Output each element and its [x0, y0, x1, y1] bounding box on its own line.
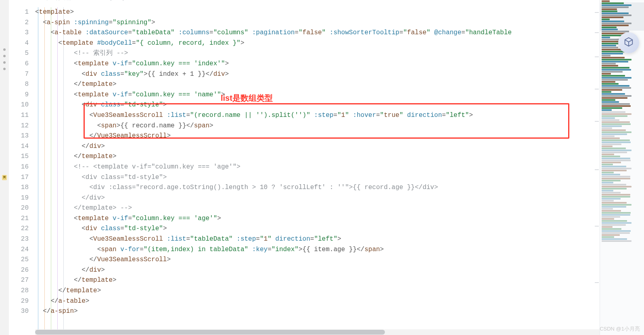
code-line[interactable]: <span>{{ record.name }}</span> [35, 121, 600, 131]
horizontal-scrollbar-thumb[interactable] [35, 330, 385, 335]
editor[interactable]: 1234567891011121314151617181920212223242… [9, 0, 600, 335]
code-line[interactable]: </template> [35, 79, 600, 90]
minimap-line [602, 79, 628, 81]
minimap-line [602, 103, 630, 105]
code-line[interactable]: <!-- <template v-if="column.key === 'age… [35, 162, 600, 173]
modified-badge: M [2, 175, 7, 180]
minimap-line [602, 238, 627, 240]
gutter-dot-icon [3, 48, 6, 51]
code-line[interactable]: </Vue3SeamlessScroll> [35, 255, 600, 265]
minimap-line [602, 176, 630, 177]
code-line[interactable]: <template #bodyCell="{ column, record, i… [35, 38, 600, 49]
minimap-line [602, 17, 623, 18]
minimap-line [602, 220, 627, 222]
minimap-line [602, 214, 630, 216]
minimap-line [602, 240, 631, 242]
code-line[interactable]: <Vue3SeamlessScroll :list="(record.name … [35, 110, 600, 121]
minimap-line [602, 53, 623, 54]
minimap-line [602, 121, 630, 123]
gutter-dot-icon [3, 55, 6, 57]
minimap-line [602, 6, 629, 8]
minimap-line [602, 230, 631, 232]
code-line[interactable]: <template v-if="column.key === 'name'"> [35, 90, 600, 100]
minimap-line [602, 75, 625, 77]
overview-tick [595, 282, 599, 283]
code-line[interactable]: <div :class="record.age.toString().lengt… [35, 183, 600, 193]
minimap-line [602, 198, 621, 200]
line-number: 5 [9, 48, 35, 59]
minimap-line [602, 144, 621, 145]
minimap-line [602, 166, 626, 167]
minimap-line [602, 35, 623, 36]
minimap-line [602, 0, 610, 2]
minimap-line [602, 148, 626, 149]
minimap-line [602, 226, 613, 228]
code-line[interactable]: </template> [35, 286, 600, 296]
minimap-line [602, 168, 631, 169]
code-line[interactable]: </div> [35, 265, 600, 276]
code-line[interactable]: </Vue3SeamlessScroll> [35, 131, 600, 141]
code-line[interactable]: <template> [35, 7, 600, 18]
minimap-line [602, 105, 631, 107]
code-line[interactable]: <span v-for="(item,index) in tableData" … [35, 245, 600, 255]
line-number: 20 [9, 203, 35, 214]
code-line[interactable]: <template v-if="column.key === 'age'"> [35, 214, 600, 224]
overview-tick [595, 32, 599, 33]
code-line[interactable]: <div class="td-style"> [35, 173, 600, 183]
minimap-line [602, 15, 631, 16]
line-number: 15 [9, 152, 35, 162]
minimap-line [602, 160, 631, 161]
line-number: 24 [9, 245, 35, 255]
code-line[interactable]: <a-spin :spinning="spinning"> [35, 18, 600, 28]
minimap-line [602, 31, 629, 32]
line-number: 2 [9, 18, 35, 28]
minimap-line [602, 47, 618, 48]
ide-root: M 12345678910111213141516171819202122232… [0, 0, 644, 335]
minimap-line [602, 117, 615, 119]
minimap-line [602, 228, 621, 230]
minimap-line [602, 67, 629, 69]
code-line[interactable]: </template> [35, 152, 600, 162]
code-line[interactable]: <div class="td-style"> [35, 224, 600, 234]
code-line[interactable]: </template> [35, 275, 600, 286]
minimap-line [602, 194, 630, 196]
minimap-line [602, 164, 613, 165]
minimap-line [602, 85, 629, 87]
overview-tick [595, 226, 599, 227]
code-line[interactable]: <!-- 索引列 --> [35, 48, 600, 59]
minimap-line [602, 69, 631, 71]
minimap-line [602, 25, 629, 26]
minimap-line [602, 188, 627, 189]
code-line[interactable]: <div class="key">{{ index + 1 }}</div> [35, 69, 600, 80]
line-number: 22 [9, 224, 35, 234]
horizontal-scrollbar[interactable] [35, 329, 600, 335]
minimap-line [602, 93, 625, 95]
minimap-line [602, 232, 630, 234]
code-line[interactable]: <a-table :dataSource="tableData" :column… [35, 28, 600, 38]
line-number: 16 [9, 162, 35, 173]
gutter-dot-icon [3, 68, 6, 70]
code-line[interactable]: <template v-if="column.key === 'index'"> [35, 59, 600, 69]
minimap-line [602, 172, 614, 173]
code-line[interactable]: </a-spin> [35, 306, 600, 317]
minimap-line [602, 19, 610, 20]
code-line[interactable]: <div class="td-style"> [35, 100, 600, 110]
minimap-line [602, 127, 612, 129]
assistant-float-button[interactable] [618, 32, 639, 53]
minimap-line [602, 150, 631, 151]
code-line[interactable]: </div> [35, 141, 600, 152]
minimap-line [602, 158, 630, 159]
minimap-line [602, 162, 621, 163]
code-line[interactable]: </template> --> [35, 203, 600, 214]
minimap-line [602, 170, 627, 171]
line-number: 29 [9, 296, 35, 307]
minimap-line [602, 23, 631, 24]
code-line[interactable]: </a-table> [35, 296, 600, 307]
code-line[interactable]: <Vue3SeamlessScroll :list="tableData" :s… [35, 234, 600, 245]
code-line[interactable]: </div> [35, 193, 600, 204]
minimap-line [602, 125, 622, 127]
minimap-line [602, 135, 615, 137]
minimap-line [602, 119, 619, 121]
code-area[interactable]: You, 1分钟前 • 1 author (You) list是数组类型 <te… [35, 0, 600, 335]
minimap-line [602, 208, 613, 210]
